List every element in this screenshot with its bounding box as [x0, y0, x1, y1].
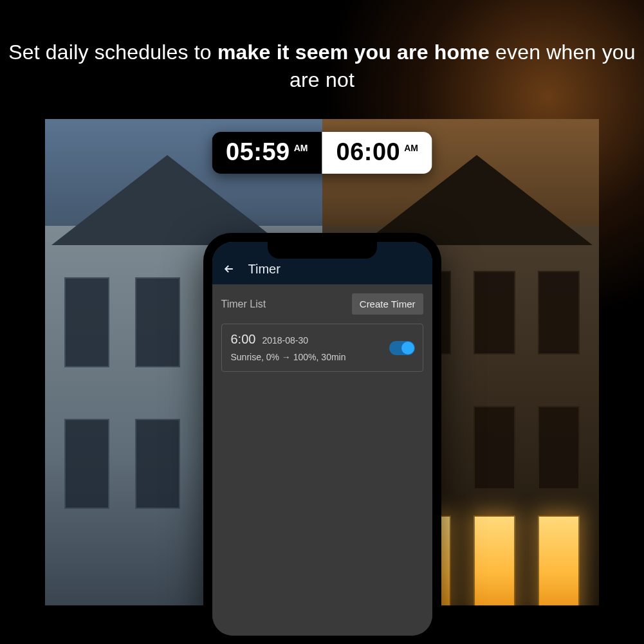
phone-mockup: Timer Timer List Create Timer 6:00 2018-…: [203, 233, 441, 644]
window: [474, 406, 515, 490]
time-after: 06:00 AM: [322, 132, 432, 174]
create-timer-button[interactable]: Create Timer: [352, 293, 423, 315]
timer-item-date: 2018-08-30: [262, 335, 308, 345]
timer-item-detail: Sunrise, 0% → 100%, 30min: [231, 352, 414, 362]
list-header-row: Timer List Create Timer: [221, 293, 423, 315]
timer-item-time: 6:00: [231, 332, 256, 347]
window: [538, 271, 580, 354]
timer-item[interactable]: 6:00 2018-08-30 Sunrise, 0% → 100%, 30mi…: [221, 324, 423, 372]
phone-screen: Timer Timer List Create Timer 6:00 2018-…: [212, 242, 432, 636]
time-comparison-pill: 05:59 AM 06:00 AM: [212, 132, 432, 174]
time-before-ampm: AM: [294, 143, 308, 153]
window: [538, 406, 580, 490]
timer-item-line1: 6:00 2018-08-30: [231, 332, 414, 347]
window: [135, 419, 180, 509]
window: [64, 277, 109, 367]
marketing-tagline: Set daily schedules to make it seem you …: [0, 39, 644, 94]
time-before: 05:59 AM: [212, 132, 322, 174]
window-lit: [538, 515, 580, 605]
back-button[interactable]: [221, 261, 237, 277]
window: [474, 271, 515, 354]
arrow-left-icon: [223, 262, 235, 275]
timer-enable-toggle[interactable]: [389, 341, 415, 355]
phone-notch: [268, 242, 377, 259]
window-lit: [474, 515, 515, 605]
window: [64, 419, 109, 509]
tagline-part1: Set daily schedules to: [8, 41, 217, 64]
screen-title: Timer: [248, 262, 281, 277]
window: [135, 277, 180, 367]
tagline-bold: make it seem you are home: [217, 41, 490, 64]
app-content: Timer List Create Timer 6:00 2018-08-30 …: [212, 284, 432, 636]
time-after-ampm: AM: [404, 143, 418, 153]
time-before-value: 05:59: [226, 138, 290, 166]
time-after-value: 06:00: [336, 138, 401, 166]
timer-list-label: Timer List: [221, 299, 266, 310]
